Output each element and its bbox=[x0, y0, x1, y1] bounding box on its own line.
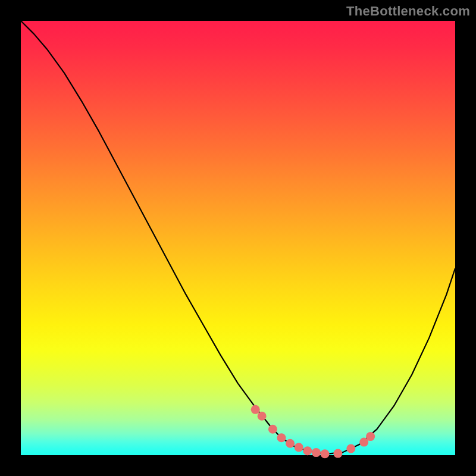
bottleneck-curve bbox=[21, 21, 455, 454]
marker-point bbox=[303, 446, 312, 455]
marker-point bbox=[277, 433, 286, 442]
marker-point bbox=[346, 444, 355, 453]
watermark-text: TheBottleneck.com bbox=[346, 4, 470, 19]
marker-point bbox=[366, 432, 375, 441]
marker-point bbox=[295, 443, 303, 452]
chart-frame bbox=[21, 21, 455, 455]
marker-point bbox=[268, 425, 277, 434]
marker-point bbox=[312, 448, 321, 457]
marker-point bbox=[286, 439, 295, 448]
marker-point bbox=[251, 405, 260, 414]
marker-group bbox=[251, 405, 375, 458]
marker-point bbox=[321, 449, 330, 458]
marker-point bbox=[333, 449, 342, 458]
chart-svg bbox=[21, 21, 455, 455]
marker-point bbox=[258, 412, 267, 421]
